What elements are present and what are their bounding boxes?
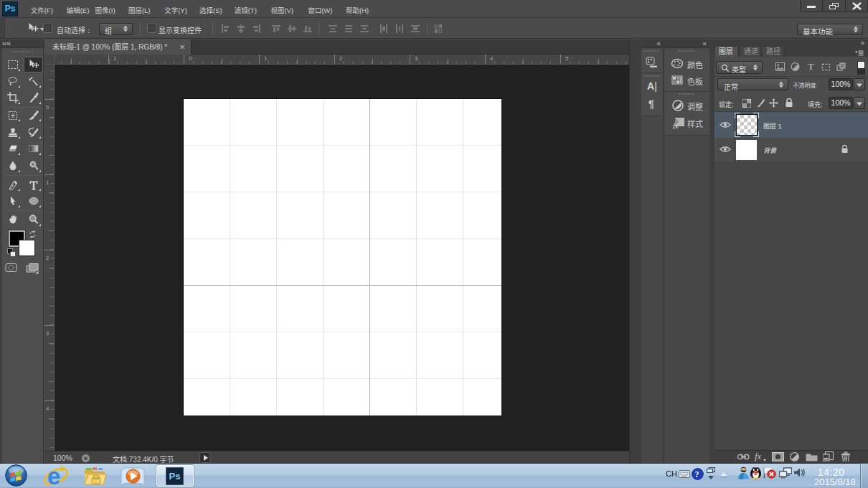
svg-text:T: T — [808, 62, 814, 71]
svg-text:fx: fx — [755, 451, 762, 461]
svg-text:fx: fx — [673, 121, 679, 129]
svg-text:e: e — [47, 464, 60, 488]
svg-text:?: ? — [695, 469, 699, 479]
